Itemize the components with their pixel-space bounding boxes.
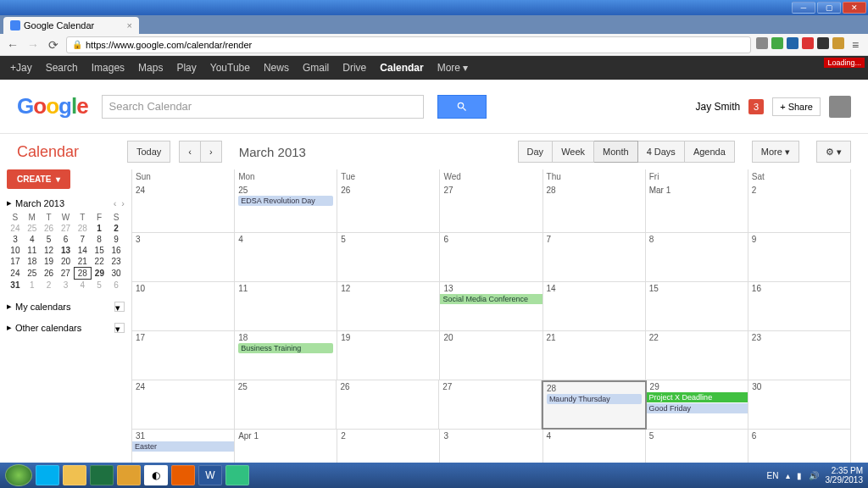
mini-day[interactable]: 6 (58, 234, 75, 245)
mini-day[interactable]: 30 (108, 268, 125, 280)
gbar-item-youtube[interactable]: YouTube (210, 62, 250, 74)
my-calendars-section[interactable]: ▸My calendars ▾ (7, 301, 125, 312)
window-minimize-button[interactable]: ─ (792, 2, 815, 14)
gbar-item-calendar[interactable]: Calendar (380, 62, 423, 74)
day-cell[interactable]: 3 (132, 233, 235, 282)
view-month-button[interactable]: Month (594, 141, 638, 163)
taskbar-app-chrome[interactable]: ◐ (144, 465, 168, 485)
avatar[interactable] (829, 96, 851, 118)
extension-icon[interactable] (771, 37, 783, 49)
mini-day[interactable]: 24 (7, 223, 24, 234)
mini-day[interactable]: 20 (58, 256, 75, 268)
day-cell[interactable]: 7 (543, 233, 646, 282)
taskbar-app-generic[interactable] (225, 465, 249, 485)
mini-day[interactable]: 28 (74, 268, 91, 280)
notifications-badge[interactable]: 3 (748, 99, 764, 114)
forward-button[interactable]: → (25, 37, 41, 53)
day-cell[interactable]: 23 (748, 331, 851, 380)
search-input[interactable]: Search Calendar (102, 95, 424, 119)
mini-day[interactable]: 28 (74, 223, 91, 234)
day-cell[interactable]: 17 (132, 331, 235, 380)
day-cell[interactable]: 11 (235, 282, 337, 331)
dropdown-icon[interactable]: ▾ (114, 302, 125, 312)
day-cell[interactable]: 19 (337, 331, 440, 380)
taskbar-app-explorer[interactable] (63, 465, 86, 485)
tab-close-icon[interactable]: × (127, 20, 132, 30)
prev-button[interactable]: ‹ (179, 141, 201, 163)
day-cell[interactable]: 16 (748, 282, 851, 331)
day-cell[interactable]: 9 (748, 233, 851, 282)
day-cell[interactable]: 25 (235, 380, 337, 430)
system-tray[interactable]: EN ▴ ▮ 🔊 2:35 PM 3/29/2013 (767, 466, 863, 485)
mini-day[interactable]: 2 (41, 280, 58, 291)
day-cell[interactable]: 2 (748, 184, 851, 233)
mini-day[interactable]: 19 (41, 256, 58, 268)
mini-day[interactable]: 4 (24, 234, 41, 245)
day-cell[interactable]: 10 (132, 282, 235, 331)
user-name[interactable]: Jay Smith (695, 101, 740, 113)
gbar-item-drive[interactable]: Drive (342, 62, 366, 74)
taskbar-app-outlook[interactable] (117, 465, 141, 485)
mini-day[interactable]: 29 (91, 268, 108, 280)
tray-volume-icon[interactable]: 🔊 (809, 471, 819, 480)
more-button[interactable]: More ▾ (752, 141, 799, 163)
mini-day[interactable]: 6 (108, 280, 125, 291)
taskbar-app-excel[interactable] (90, 465, 114, 485)
mini-day[interactable]: 8 (91, 234, 108, 245)
mini-day[interactable]: 25 (24, 223, 41, 234)
day-cell[interactable]: 27 (440, 184, 542, 233)
mini-day[interactable]: 23 (108, 256, 125, 268)
calendar-event[interactable]: Maundy Thursday (547, 394, 642, 404)
back-button[interactable]: ← (5, 37, 20, 53)
mini-day[interactable]: 26 (41, 268, 58, 280)
create-button[interactable]: CREATE ▾ (7, 169, 70, 189)
other-calendars-section[interactable]: ▸Other calendars ▾ (7, 322, 125, 333)
day-cell[interactable]: Mar 1 (646, 184, 748, 233)
extension-icon[interactable] (787, 37, 798, 49)
day-cell[interactable]: 13Social Media Conference (440, 282, 542, 331)
start-button[interactable] (5, 464, 32, 486)
gbar-item-search[interactable]: Search (46, 62, 78, 74)
mini-day[interactable]: 11 (24, 245, 41, 256)
calendar-event[interactable]: Business Training (238, 343, 333, 353)
tray-chevron-icon[interactable]: ▴ (786, 471, 790, 480)
window-maximize-button[interactable]: ▢ (817, 2, 841, 14)
mini-day[interactable]: 31 (7, 280, 24, 291)
day-cell[interactable]: 22 (646, 331, 748, 380)
share-button[interactable]: + Share (772, 97, 821, 116)
calendar-event[interactable]: Easter (132, 441, 234, 452)
mini-day[interactable]: 27 (58, 268, 75, 280)
mini-day[interactable]: 7 (74, 234, 91, 245)
day-cell[interactable]: 14 (543, 282, 646, 331)
mini-day[interactable]: 5 (91, 280, 108, 291)
gbar-item-play[interactable]: Play (176, 62, 196, 74)
day-cell[interactable]: 21 (543, 331, 646, 380)
mini-day[interactable]: 3 (58, 280, 75, 291)
language-indicator[interactable]: EN (767, 471, 779, 480)
next-button[interactable]: › (201, 141, 222, 163)
day-cell[interactable]: 20 (440, 331, 542, 380)
mini-day[interactable]: 1 (24, 280, 41, 291)
mini-next-button[interactable]: › (121, 198, 125, 208)
mini-day[interactable]: 16 (108, 245, 125, 256)
settings-button[interactable]: ⚙ ▾ (816, 141, 851, 163)
mini-day[interactable]: 25 (24, 268, 41, 280)
day-cell[interactable]: 18Business Training (235, 331, 337, 380)
mini-day[interactable]: 18 (24, 256, 41, 268)
taskbar-app-vlc[interactable] (171, 465, 195, 485)
day-cell[interactable]: 5 (337, 233, 440, 282)
view-agenda-button[interactable]: Agenda (685, 141, 735, 163)
mini-day[interactable]: 10 (7, 245, 24, 256)
day-cell[interactable]: 29Project X DeadlineGood Friday (647, 380, 749, 430)
mini-day[interactable]: 27 (58, 223, 75, 234)
day-cell[interactable]: 26 (337, 380, 439, 430)
mini-day[interactable]: 26 (41, 223, 58, 234)
dropdown-icon[interactable]: ▾ (114, 323, 125, 333)
gbar-item-images[interactable]: Images (92, 62, 125, 74)
mini-day[interactable]: 1 (91, 223, 108, 234)
day-cell[interactable]: 28 (543, 184, 646, 233)
browser-tab[interactable]: Google Calendar × (3, 17, 139, 34)
view-week-button[interactable]: Week (553, 141, 594, 163)
calendar-event[interactable]: Social Media Conference (440, 294, 542, 304)
extension-icon[interactable] (756, 37, 768, 49)
